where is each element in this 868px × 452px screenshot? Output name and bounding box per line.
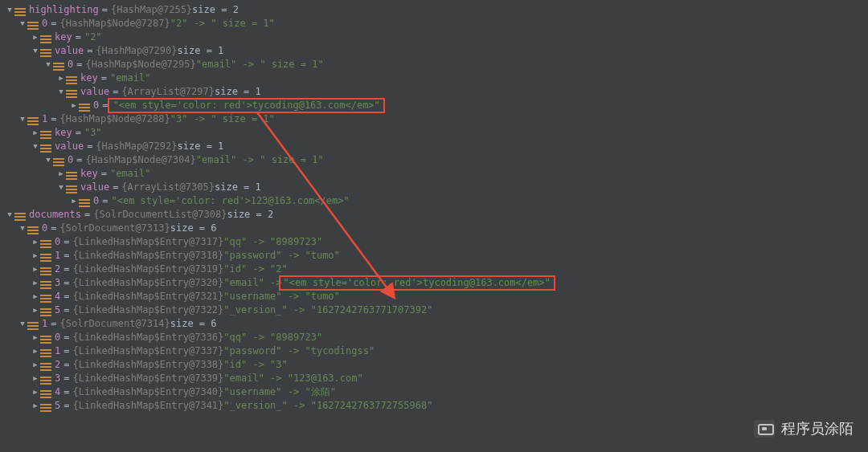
var-type: {LinkedHashMap$Entry@7337} [72,344,223,358]
tree-row[interactable]: highlighting = {HashMap@7255} size = 2 [5,3,868,17]
var-name: 1 [42,317,47,331]
tree-row[interactable]: key = "3" [5,126,868,140]
var-size: size = 1 [215,85,261,99]
equals: = [51,17,56,31]
arrow-expanded-icon[interactable] [43,153,53,167]
var-value: "id" -> "3" [223,358,287,372]
tree-row[interactable]: value = {HashMap@7290} size = 1 [5,44,868,58]
arrow-expanded-icon[interactable] [31,44,40,58]
tree-row[interactable]: 0 = {HashMap$Node@7295} "email" -> " siz… [5,58,868,71]
arrow-collapsed-icon[interactable] [56,167,66,181]
equals: = [76,153,82,167]
var-name: 3 [55,372,60,385]
arrow-expanded-icon[interactable] [18,222,27,235]
var-name: key [55,31,72,44]
var-name: 4 [55,385,60,399]
debugger-variable-tree[interactable]: highlighting = {HashMap@7255} size = 20 … [0,0,868,416]
var-value: "id" -> "2" [223,263,287,276]
equals: = [76,58,82,71]
tree-row[interactable]: documents = {SolrDocumentList@7308} size… [5,208,868,222]
arrow-collapsed-icon[interactable] [31,249,40,263]
arrow-expanded-icon[interactable] [5,3,14,17]
tree-row[interactable]: key = "email" [5,167,868,181]
arrow-expanded-icon[interactable] [56,85,66,99]
tree-row[interactable]: 0 = {LinkedHashMap$Entry@7317} "qq" -> "… [5,235,868,249]
tree-row[interactable]: 1 = {SolrDocument@7314} size = 6 [5,317,868,331]
tree-row[interactable]: 0 = {HashMap$Node@7287} "2" -> " size = … [5,17,868,31]
arrow-collapsed-icon[interactable] [31,399,40,413]
tree-row[interactable]: 0 = {LinkedHashMap$Entry@7336} "qq" -> "… [5,331,868,344]
arrow-expanded-icon[interactable] [43,58,53,71]
arrow-collapsed-icon[interactable] [31,235,40,249]
equals: = [63,276,69,290]
var-name: 5 [55,303,60,317]
tree-row[interactable]: 1 = {LinkedHashMap$Entry@7337} "password… [5,344,868,358]
tree-row[interactable]: 5 = {LinkedHashMap$Entry@7322} "_version… [5,303,868,317]
arrow-collapsed-icon[interactable] [56,71,66,85]
arrow-expanded-icon[interactable] [5,208,14,222]
arrow-collapsed-icon[interactable] [31,344,40,358]
equals: = [113,85,118,99]
equals: = [63,249,69,263]
arrow-expanded-icon[interactable] [31,140,40,153]
tree-row[interactable]: 4 = {LinkedHashMap$Entry@7321} "username… [5,290,868,303]
tree-row[interactable]: 5 = {LinkedHashMap$Entry@7341} "_version… [5,399,868,413]
arrow-expanded-icon[interactable] [18,112,27,126]
tree-row[interactable]: 3 = {LinkedHashMap$Entry@7320} "email" -… [5,276,868,290]
arrow-collapsed-icon[interactable] [31,31,40,44]
var-name: 1 [55,249,60,263]
arrow-collapsed-icon[interactable] [31,263,40,276]
arrow-collapsed-icon[interactable] [31,126,40,140]
tree-row[interactable]: 1 = {LinkedHashMap$Entry@7318} "password… [5,249,868,263]
equals: = [101,71,107,85]
var-size: size = 1 [178,44,224,58]
equals: = [84,208,90,222]
arrow-expanded-icon[interactable] [18,17,27,31]
tree-row[interactable]: 0 = {HashMap$Node@7304} "email" -> " siz… [5,153,868,167]
equals: = [63,303,69,317]
tree-row[interactable]: 3 = {LinkedHashMap$Entry@7339} "email" -… [5,372,868,385]
arrow-collapsed-icon[interactable] [31,276,40,290]
var-name: 0 [55,235,60,249]
var-name: 2 [55,358,60,372]
field-icon [40,335,51,343]
arrow-expanded-icon[interactable] [56,181,66,194]
tree-row[interactable]: 2 = {LinkedHashMap$Entry@7319} "id" -> "… [5,263,868,276]
tree-row[interactable]: 1 = {HashMap$Node@7288} "3" -> " size = … [5,112,868,126]
var-value: "_version_" -> "1627242763771707392" [223,303,432,317]
arrow-collapsed-icon[interactable] [31,290,40,303]
arrow-collapsed-icon[interactable] [69,99,79,112]
equals: = [76,126,81,140]
field-icon [66,89,77,97]
tree-row[interactable]: value = {ArrayList@7297} size = 1 [5,85,868,99]
arrow-expanded-icon[interactable] [18,317,27,331]
tree-row[interactable]: 0 = "<em style='color: red'>tycoding@163… [5,99,868,112]
tree-row[interactable]: value = {HashMap@7292} size = 1 [5,140,868,153]
var-type: {LinkedHashMap$Entry@7340} [72,385,223,399]
field-icon [14,7,26,15]
var-value: "password" -> "tycodingss" [223,344,375,358]
field-icon [79,103,90,111]
var-name: key [80,167,98,181]
equals: = [63,235,69,249]
tree-row[interactable]: key = "email" [5,71,868,85]
tree-row[interactable]: 2 = {LinkedHashMap$Entry@7338} "id" -> "… [5,358,868,372]
arrow-collapsed-icon[interactable] [31,358,40,372]
arrow-collapsed-icon[interactable] [31,385,40,399]
tree-row[interactable]: 0 = {SolrDocument@7313} size = 6 [5,222,868,235]
var-type: {HashMap$Node@7287} [59,17,170,31]
arrow-collapsed-icon[interactable] [31,372,40,385]
equals: = [63,358,69,372]
tree-row[interactable]: 4 = {LinkedHashMap$Entry@7340} "username… [5,385,868,399]
arrow-collapsed-icon[interactable] [31,303,40,317]
var-type: {HashMap$Node@7288} [59,112,170,126]
tree-row[interactable]: value = {ArrayList@7305} size = 1 [5,181,868,194]
tree-row[interactable]: 0 = "<em style='color: red'>123@163.com<… [5,194,868,208]
field-icon [79,198,90,206]
arrow-collapsed-icon[interactable] [31,331,40,344]
equals: = [102,3,108,17]
var-name: 5 [55,399,60,413]
tree-row[interactable]: key = "2" [5,31,868,44]
var-name: 2 [55,263,60,276]
arrow-collapsed-icon[interactable] [69,194,79,208]
